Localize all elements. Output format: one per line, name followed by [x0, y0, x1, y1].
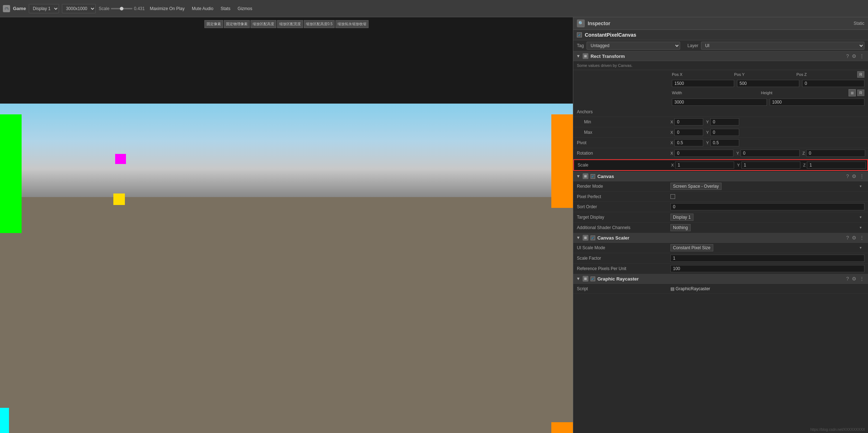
scale-slider[interactable]: [111, 8, 132, 9]
cyan-rect: [0, 408, 9, 433]
rot-y-input[interactable]: [741, 150, 800, 157]
resolution-select[interactable]: 3000x1000: [62, 4, 96, 13]
rect-transform-arrow[interactable]: ▼: [576, 54, 580, 59]
ui-scale-mode-row: UI Scale Mode Constant Pixel Size: [573, 243, 868, 253]
toolbar-btn-1[interactable]: 固定像素: [204, 20, 223, 28]
inspector-panel: 🔍 Inspector Static ConstantPixelCanvas T…: [573, 17, 868, 433]
height-input[interactable]: [770, 99, 865, 106]
scale-y-input[interactable]: [741, 161, 800, 169]
rect-transform-more-btn[interactable]: ⋮: [859, 53, 865, 59]
canvas-scaler-settings-btn[interactable]: ⚙: [851, 235, 857, 241]
graphic-raycaster-settings-btn[interactable]: ⚙: [851, 276, 857, 282]
object-active-checkbox[interactable]: [577, 32, 582, 37]
graphic-raycaster-help-btn[interactable]: ?: [845, 276, 850, 282]
anchor-icon[interactable]: ⊞: [849, 89, 856, 96]
scale-z-input[interactable]: [807, 161, 866, 169]
object-name: ConstantPixelCanvas: [585, 32, 636, 38]
game-icon: 🎮: [3, 5, 10, 12]
max-x-input[interactable]: [674, 129, 703, 136]
graphic-raycaster-arrow[interactable]: ▼: [576, 276, 580, 281]
toolbar-btn-6[interactable]: 缩放拓永缩放收缩: [335, 20, 369, 28]
sort-order-row: Sort Order: [573, 202, 868, 212]
pivot-x-input[interactable]: [674, 139, 703, 146]
scale-row-highlighted: Scale X Y Z: [573, 159, 868, 171]
target-display-select[interactable]: Display 1: [670, 214, 693, 221]
r-button-2[interactable]: R: [857, 90, 864, 96]
canvas-icon: ⊞: [583, 173, 588, 179]
max-x-axis: X: [670, 130, 673, 135]
sort-order-input[interactable]: [670, 203, 864, 210]
canvas-more-btn[interactable]: ⋮: [859, 173, 865, 179]
max-y-input[interactable]: [710, 129, 739, 136]
canvas-arrow[interactable]: ▼: [576, 174, 580, 179]
canvas-scaler-active-checkbox[interactable]: [591, 236, 595, 240]
canvas-scaler-actions: ? ⚙ ⋮: [845, 235, 865, 241]
additional-shader-select[interactable]: Nothing: [670, 224, 691, 231]
gizmos-button[interactable]: Gizmos: [235, 5, 254, 12]
scale-label: Scale: [99, 6, 109, 11]
canvas-active-checkbox[interactable]: [591, 174, 595, 179]
scale-x-input[interactable]: [675, 161, 734, 169]
yellow-rect: [113, 193, 125, 205]
min-y-input[interactable]: [710, 118, 739, 126]
graphic-raycaster-icon: ⊞: [583, 276, 588, 282]
max-label: Max: [577, 130, 670, 135]
graphic-raycaster-active-checkbox[interactable]: [591, 277, 595, 281]
game-scene: [0, 17, 573, 433]
display-select[interactable]: Display 1: [29, 4, 59, 13]
rotation-row: Rotation X Y Z: [573, 148, 868, 159]
canvas-settings-btn[interactable]: ⚙: [851, 173, 857, 179]
graphic-raycaster-more-btn[interactable]: ⋮: [859, 276, 865, 282]
canvas-scaler-more-btn[interactable]: ⋮: [859, 235, 865, 241]
width-label-field: Width: [672, 91, 758, 95]
toolbar-btn-4[interactable]: 缩放区配宽度: [277, 20, 303, 28]
rot-x-input[interactable]: [674, 150, 733, 157]
ui-scale-mode-select-container: Constant Pixel Size: [670, 244, 864, 251]
tag-select[interactable]: Untagged: [587, 42, 680, 50]
inspector-title: Inspector: [588, 20, 851, 26]
game-view: 固定像素 固定物理像素 缩放区配高度 缩放区配宽度 缩放区配高度0.5 缩放拓永…: [0, 17, 573, 433]
static-label: Static: [854, 21, 864, 26]
toolbar-btn-5[interactable]: 缩放区配高度0.5: [304, 20, 335, 28]
pos-z-input[interactable]: [802, 80, 864, 87]
width-input[interactable]: [672, 99, 767, 106]
rect-transform-settings-btn[interactable]: ⚙: [851, 53, 857, 59]
min-x-input[interactable]: [674, 118, 703, 126]
target-display-label: Target Display: [577, 215, 670, 220]
wh-values-row: [573, 97, 868, 107]
scale-factor-input[interactable]: [670, 255, 864, 262]
rot-z-input[interactable]: [806, 150, 865, 157]
maximize-on-play-button[interactable]: Maximize On Play: [148, 5, 187, 12]
pivot-y-input[interactable]: [710, 139, 739, 146]
sky-background: [0, 104, 573, 197]
scale-value: 0.431: [134, 6, 145, 11]
pos-x-input[interactable]: [672, 80, 734, 87]
height-label-field: Height: [761, 91, 847, 95]
pixel-perfect-checkbox[interactable]: [670, 194, 675, 199]
pos-x-label: Pos X: [672, 72, 683, 77]
rot-y-field: Y: [736, 150, 799, 157]
rotation-fields: X Y Z: [670, 150, 865, 157]
canvas-help-btn[interactable]: ?: [845, 173, 850, 179]
mute-audio-button[interactable]: Mute Audio: [190, 5, 216, 12]
scale-x-field: X: [671, 161, 734, 169]
r-button[interactable]: R: [857, 71, 864, 78]
render-mode-select-container: Screen Space - Overlay: [670, 183, 864, 190]
ui-scale-mode-select[interactable]: Constant Pixel Size: [670, 244, 713, 251]
render-mode-select[interactable]: Screen Space - Overlay: [670, 183, 722, 190]
scale-factor-row: Scale Factor: [573, 253, 868, 264]
layer-select[interactable]: UI: [701, 42, 864, 50]
pivot-x-axis: X: [670, 141, 673, 145]
toolbar-btn-2[interactable]: 固定物理像素: [224, 20, 250, 28]
wh-labels-row: Width Height ⊞ R: [573, 88, 868, 97]
rect-transform-help-btn[interactable]: ?: [845, 53, 850, 59]
reference-pixels-input[interactable]: [670, 265, 864, 272]
anchors-label: Anchors: [577, 109, 670, 114]
stats-button[interactable]: Stats: [218, 5, 232, 12]
pos-z-label: Pos Z: [796, 72, 807, 77]
canvas-scaler-arrow[interactable]: ▼: [576, 235, 580, 240]
canvas-scaler-help-btn[interactable]: ?: [845, 235, 850, 241]
toolbar-btn-3[interactable]: 缩放区配高度: [250, 20, 276, 28]
pos-y-input[interactable]: [737, 80, 799, 87]
anchors-row: Anchors: [573, 107, 868, 117]
